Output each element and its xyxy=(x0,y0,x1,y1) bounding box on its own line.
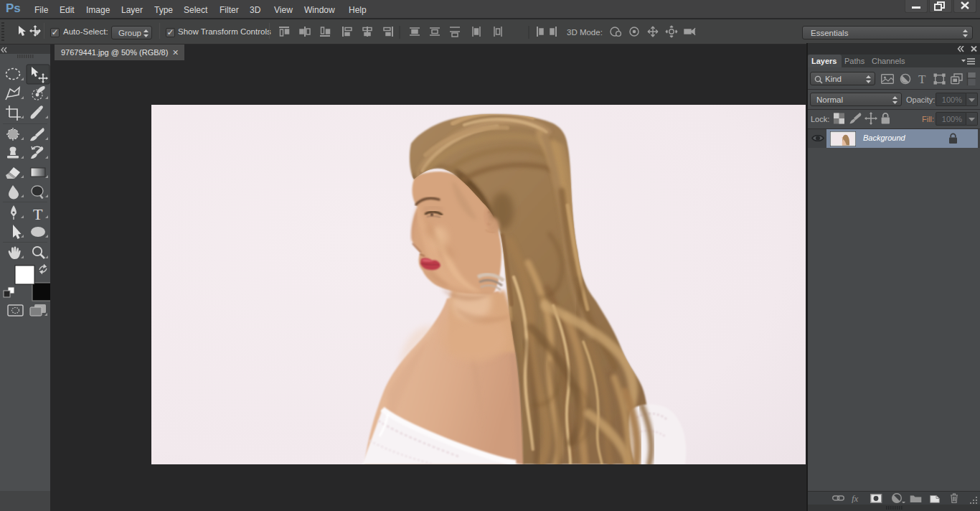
svg-text:T: T xyxy=(918,72,926,85)
svg-text:T: T xyxy=(33,205,43,223)
svg-text:fx: fx xyxy=(852,493,859,503)
